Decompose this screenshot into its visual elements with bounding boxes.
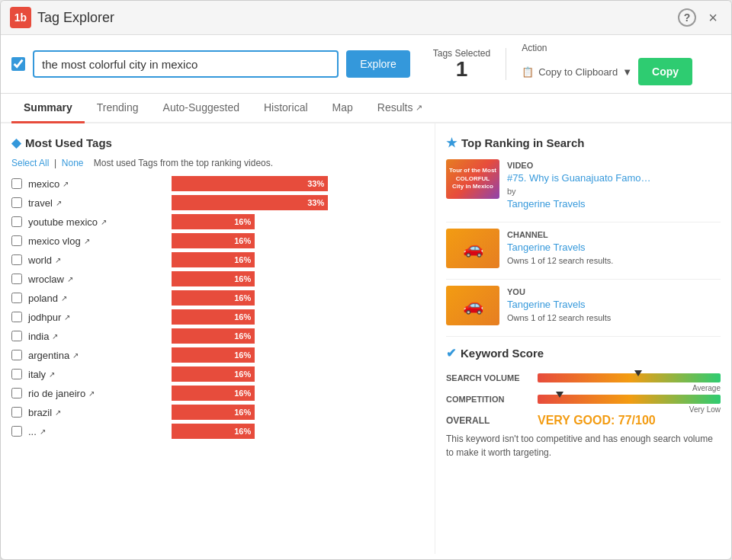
channel-info: CHANNEL Tangerine Travels Owns 1 of 12 s… — [507, 229, 613, 266]
you-owns-line: Owns 1 of 12 search results — [507, 313, 611, 322]
action-bar: Tags Selected 1 Action 📋 Copy to Clipboa… — [433, 43, 721, 85]
tag-bar-label: 16% — [234, 331, 251, 341]
tag-checkbox[interactable] — [11, 254, 22, 265]
tag-external-link[interactable]: ↗ — [84, 237, 90, 245]
tag-checkbox[interactable] — [11, 350, 22, 360]
tag-checkbox[interactable] — [11, 407, 22, 418]
tab-results[interactable]: Results ↗ — [365, 94, 435, 123]
tag-row: mexico vlog ↗16% — [11, 233, 424, 248]
tags-selected-block: Tags Selected 1 — [433, 48, 506, 80]
search-volume-bar — [538, 373, 721, 382]
overall-label: OVERALL — [446, 415, 530, 426]
diamond-icon: ◆ — [11, 136, 21, 150]
app-logo: 1b — [10, 7, 31, 28]
tab-historical[interactable]: Historical — [252, 94, 320, 123]
tag-bar: 16% — [172, 347, 255, 363]
tag-external-link[interactable]: ↗ — [61, 294, 67, 302]
competition-gauge-label: Very Low — [538, 405, 721, 414]
tag-bar: 16% — [172, 328, 255, 344]
tag-bar-label: 16% — [234, 427, 251, 436]
channel-link[interactable]: Tangerine Travels — [507, 242, 613, 253]
help-button[interactable]: ? — [678, 8, 696, 27]
tag-external-link[interactable]: ↗ — [64, 313, 70, 322]
close-button[interactable]: × — [704, 8, 722, 27]
video-channel-link[interactable]: Tangerine Travels — [507, 198, 651, 210]
overall-score: VERY GOOD: 77/100 — [538, 414, 656, 427]
tag-external-link[interactable]: ↗ — [88, 389, 95, 398]
search-checkbox[interactable] — [11, 57, 25, 71]
you-thumbnail: 🚗 — [446, 286, 499, 325]
tab-summary[interactable]: Summary — [11, 94, 85, 123]
tag-checkbox[interactable] — [11, 178, 22, 189]
clipboard-label: Copy to Clipboard — [538, 66, 618, 78]
competition-row: COMPETITION Very Low — [446, 392, 721, 406]
copy-button[interactable]: Copy — [638, 58, 692, 85]
tab-auto-suggested[interactable]: Auto-Suggested — [151, 94, 252, 123]
most-used-tags-label: Most Used Tags — [25, 136, 112, 149]
tag-bar-container: 16% — [172, 405, 424, 420]
tag-checkbox[interactable] — [11, 293, 22, 303]
window-title: Tag Explorer — [37, 10, 114, 26]
tag-external-link[interactable]: ↗ — [101, 218, 107, 226]
tag-bar: 33% — [172, 176, 328, 191]
divider-1 — [446, 222, 721, 222]
you-channel-link[interactable]: Tangerine Travels — [507, 299, 611, 310]
tag-external-link[interactable]: ↗ — [67, 275, 73, 283]
tag-checkbox[interactable] — [11, 216, 22, 227]
title-bar-left: 1b Tag Explorer — [10, 7, 114, 28]
tag-label: world ↗ — [28, 254, 165, 266]
keyword-score-section: ✔ Keyword Score SEARCH VOLUME Average C — [446, 336, 721, 459]
tag-checkbox[interactable] — [11, 388, 22, 398]
tag-bar-container: 33% — [172, 176, 424, 191]
tag-bar: 16% — [172, 405, 255, 420]
tag-row: youtube mexico ↗16% — [11, 214, 424, 229]
tag-external-link[interactable]: ↗ — [55, 256, 61, 264]
tag-row: mexico ↗33% — [11, 176, 424, 191]
search-volume-row: SEARCH VOLUME Average — [446, 371, 721, 385]
tag-bar-container: 16% — [172, 271, 424, 286]
select-all-link[interactable]: Select All — [11, 158, 49, 168]
tag-external-link[interactable]: ↗ — [55, 408, 61, 417]
tag-checkbox[interactable] — [11, 274, 22, 284]
tag-bar-container: 16% — [172, 424, 424, 439]
explore-button[interactable]: Explore — [346, 50, 409, 78]
tag-bar: 16% — [172, 252, 255, 267]
competition-marker — [556, 392, 563, 398]
tag-external-link[interactable]: ↗ — [52, 332, 58, 341]
tag-bar: 16% — [172, 233, 255, 248]
tag-bar-label: 16% — [234, 236, 251, 245]
tag-external-link[interactable]: ↗ — [56, 199, 62, 207]
competition-gauge: Very Low — [538, 392, 721, 406]
video-by-line: by Tangerine Travels — [507, 187, 651, 210]
tag-bar-label: 16% — [234, 255, 251, 264]
tag-checkbox[interactable] — [11, 235, 22, 246]
tag-bar: 16% — [172, 271, 255, 286]
tag-checkbox[interactable] — [11, 369, 22, 379]
tag-label: india ↗ — [28, 331, 165, 342]
tags-description: Most used Tags from the top ranking vide… — [94, 158, 273, 168]
copy-to-clipboard-button[interactable]: 📋 Copy to Clipboard ▼ — [522, 66, 632, 78]
tab-map[interactable]: Map — [320, 94, 365, 123]
search-input[interactable] — [33, 50, 339, 78]
tag-checkbox[interactable] — [11, 312, 22, 322]
tag-bar-label: 16% — [234, 274, 251, 283]
tag-external-link[interactable]: ↗ — [49, 370, 55, 379]
external-link-icon: ↗ — [416, 103, 422, 113]
video-link[interactable]: #75. Why is Guanajuato Famo… — [507, 172, 651, 184]
overall-description: This keyword isn't too competitive and h… — [446, 432, 721, 459]
tag-external-link[interactable]: ↗ — [40, 427, 46, 436]
tag-external-link[interactable]: ↗ — [72, 351, 79, 360]
results-label: Results — [377, 101, 413, 114]
keyword-score-title: ✔ Keyword Score — [446, 346, 721, 360]
select-none-link[interactable]: None — [62, 158, 84, 168]
tag-checkbox[interactable] — [11, 426, 22, 437]
tag-row: italy ↗16% — [11, 366, 424, 382]
tag-label: wroclaw ↗ — [28, 274, 165, 285]
tag-checkbox[interactable] — [11, 197, 22, 208]
tab-trending[interactable]: Trending — [85, 94, 151, 123]
tag-label: mexico vlog ↗ — [28, 235, 165, 247]
tag-bar: 16% — [172, 366, 255, 382]
search-volume-gauge: Average — [538, 371, 721, 385]
tag-checkbox[interactable] — [11, 331, 22, 341]
tag-external-link[interactable]: ↗ — [63, 180, 69, 188]
